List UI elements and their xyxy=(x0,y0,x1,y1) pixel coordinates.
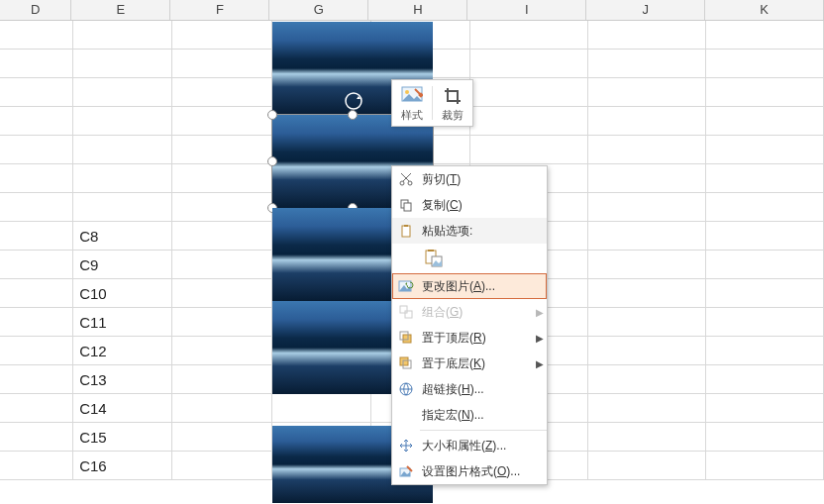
column-header[interactable]: E xyxy=(71,0,170,20)
column-header[interactable]: I xyxy=(467,0,586,20)
menu-label: 组合(G) xyxy=(420,304,533,321)
svg-rect-18 xyxy=(400,357,408,365)
column-header[interactable]: F xyxy=(170,0,269,20)
menu-label: 置于底层(K) xyxy=(420,355,533,372)
menu-divider xyxy=(420,430,547,431)
group-icon xyxy=(392,305,420,319)
svg-point-0 xyxy=(346,93,361,109)
crop-button[interactable]: 裁剪 xyxy=(435,82,470,124)
bring-front-icon xyxy=(392,331,420,345)
menu-item-send-to-back[interactable]: 置于底层(K)▶ xyxy=(392,351,547,376)
paste-option-icon xyxy=(425,250,443,267)
send-back-icon xyxy=(392,356,420,370)
rotate-icon xyxy=(344,91,363,111)
menu-item-copy[interactable]: 复制(C) xyxy=(392,192,547,218)
cell[interactable]: C9 xyxy=(73,251,172,279)
svg-rect-8 xyxy=(402,226,410,237)
resize-handle[interactable] xyxy=(267,110,277,120)
cell[interactable]: C15 xyxy=(73,423,172,452)
cell[interactable]: C14 xyxy=(73,394,172,423)
crop-label: 裁剪 xyxy=(437,108,468,123)
cell[interactable] xyxy=(73,107,172,136)
cell[interactable] xyxy=(73,136,172,164)
paste-option-picture[interactable] xyxy=(420,246,448,271)
menu-label: 粘贴选项: xyxy=(420,223,533,240)
menu-item-assign-macro[interactable]: 指定宏(N)... xyxy=(392,402,547,428)
cell[interactable] xyxy=(73,164,172,193)
menu-item-format-picture[interactable]: 设置图片格式(O)... xyxy=(392,458,547,484)
column-header[interactable]: G xyxy=(269,0,368,20)
picture-context-menu: 剪切(T) 复制(C) 粘贴选项: 更改图片(A)... 组合(G)▶ 置于顶层… xyxy=(391,165,548,485)
link-icon xyxy=(392,382,420,396)
cell[interactable]: C8 xyxy=(73,222,172,251)
menu-item-bring-to-front[interactable]: 置于顶层(R)▶ xyxy=(392,325,547,351)
menu-item-size-properties[interactable]: 大小和属性(Z)... xyxy=(392,433,547,458)
column-header[interactable]: K xyxy=(705,0,824,20)
menu-item-hyperlink[interactable]: 超链接(H)... xyxy=(392,376,547,402)
svg-rect-14 xyxy=(400,306,407,313)
picture-mini-toolbar: 样式 裁剪 xyxy=(391,79,473,127)
menu-label: 设置图片格式(O)... xyxy=(420,463,533,480)
toolbar-separator xyxy=(432,86,433,120)
picture-style-icon xyxy=(396,84,428,108)
svg-point-4 xyxy=(400,181,404,185)
resize-handle[interactable] xyxy=(267,156,277,166)
menu-label: 更改图片(A)... xyxy=(420,278,533,295)
menu-header-paste-options: 粘贴选项: xyxy=(392,218,547,244)
svg-rect-15 xyxy=(405,311,412,318)
format-picture-icon xyxy=(392,464,420,478)
menu-label: 大小和属性(Z)... xyxy=(420,438,533,454)
clipboard-icon xyxy=(392,224,420,238)
menu-label: 复制(C) xyxy=(420,197,533,214)
column-header[interactable]: H xyxy=(368,0,467,20)
scissors-icon xyxy=(392,172,420,186)
svg-rect-9 xyxy=(404,225,408,227)
change-picture-icon xyxy=(392,279,420,293)
cell[interactable] xyxy=(73,78,172,107)
cell[interactable]: C12 xyxy=(73,337,172,365)
cell[interactable]: C16 xyxy=(73,452,172,480)
picture-style-button[interactable]: 样式 xyxy=(394,82,430,124)
resize-handle[interactable] xyxy=(348,110,358,120)
menu-item-change-picture[interactable]: 更改图片(A)... xyxy=(392,273,547,299)
column-header[interactable]: J xyxy=(586,0,705,20)
cell[interactable] xyxy=(73,21,172,50)
svg-rect-16 xyxy=(403,335,411,343)
cell[interactable]: C11 xyxy=(73,308,172,337)
menu-item-cut[interactable]: 剪切(T) xyxy=(392,166,547,192)
cell[interactable]: C13 xyxy=(73,365,172,394)
menu-item-group: 组合(G)▶ xyxy=(392,299,547,325)
cell[interactable] xyxy=(73,50,172,78)
cell[interactable]: C10 xyxy=(73,279,172,308)
menu-label: 剪切(T) xyxy=(420,171,533,188)
svg-rect-11 xyxy=(428,250,434,252)
crop-icon xyxy=(437,84,468,108)
column-header[interactable]: D xyxy=(0,0,71,20)
svg-point-5 xyxy=(408,181,412,185)
menu-label: 超链接(H)... xyxy=(420,381,533,398)
copy-icon xyxy=(392,198,420,212)
column-header-row: D E F G H I J K xyxy=(0,0,824,21)
paste-options-row xyxy=(392,244,547,273)
menu-label: 置于顶层(R) xyxy=(420,330,533,347)
menu-label: 指定宏(N)... xyxy=(420,407,533,424)
svg-rect-7 xyxy=(404,203,411,211)
cell[interactable] xyxy=(73,193,172,222)
picture-style-label: 样式 xyxy=(396,108,428,123)
svg-point-2 xyxy=(405,90,409,94)
size-arrows-icon xyxy=(392,439,420,453)
